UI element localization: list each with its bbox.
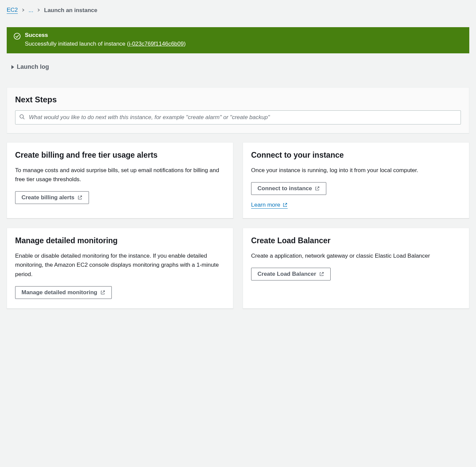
next-steps-search-input[interactable] bbox=[15, 110, 461, 124]
alert-body-prefix: Successfully initiated launch of instanc… bbox=[25, 41, 129, 47]
alert-body: Successfully initiated launch of instanc… bbox=[25, 41, 186, 47]
breadcrumb-current: Launch an instance bbox=[44, 7, 97, 14]
external-link-icon bbox=[100, 290, 105, 295]
external-link-icon bbox=[319, 271, 324, 277]
breadcrumb-ellipsis[interactable]: ... bbox=[29, 7, 33, 14]
search-wrap bbox=[15, 110, 461, 124]
svg-line-5 bbox=[285, 203, 287, 205]
card-billing-alerts: Create billing and free tier usage alert… bbox=[7, 142, 233, 218]
button-label: Create Load Balancer bbox=[257, 271, 316, 277]
check-circle-icon bbox=[13, 32, 21, 41]
button-label: Connect to instance bbox=[257, 185, 312, 192]
next-steps-panel: Next Steps bbox=[7, 87, 469, 134]
next-steps-heading: Next Steps bbox=[15, 95, 461, 104]
alert-title: Success bbox=[25, 32, 186, 39]
cards-grid: Create billing and free tier usage alert… bbox=[7, 142, 469, 309]
connect-to-instance-button[interactable]: Connect to instance bbox=[251, 182, 326, 195]
svg-line-6 bbox=[102, 291, 104, 293]
external-link-icon bbox=[77, 195, 83, 200]
create-load-balancer-button[interactable]: Create Load Balancer bbox=[251, 268, 331, 280]
launch-log-label: Launch log bbox=[17, 63, 49, 70]
card-detailed-monitoring: Manage detailed monitoring Enable or dis… bbox=[7, 228, 233, 309]
chevron-right-icon bbox=[37, 7, 41, 14]
card-title: Connect to your instance bbox=[251, 151, 461, 160]
external-link-icon bbox=[315, 186, 320, 191]
card-title: Create Load Balancer bbox=[251, 236, 461, 245]
alert-body-suffix: ) bbox=[184, 41, 186, 47]
card-description: Enable or disable detailed monitoring fo… bbox=[15, 251, 225, 279]
caret-right-icon bbox=[11, 65, 14, 69]
link-label: Learn more bbox=[251, 202, 280, 208]
card-load-balancer: Create Load Balancer Create a applicatio… bbox=[243, 228, 469, 309]
manage-detailed-monitoring-button[interactable]: Manage detailed monitoring bbox=[15, 286, 112, 299]
chevron-right-icon bbox=[21, 7, 25, 14]
svg-line-3 bbox=[80, 196, 82, 198]
card-description: To manage costs and avoid surprise bills… bbox=[15, 166, 225, 184]
create-billing-alerts-button[interactable]: Create billing alerts bbox=[15, 191, 89, 204]
svg-line-7 bbox=[321, 272, 323, 274]
card-title: Create billing and free tier usage alert… bbox=[15, 151, 225, 160]
instance-id-link[interactable]: i-023c769f1146c6b09 bbox=[129, 41, 184, 47]
card-description: Create a application, network gateway or… bbox=[251, 251, 461, 260]
launch-log-expander[interactable]: Launch log bbox=[7, 60, 469, 74]
success-alert: Success Successfully initiated launch of… bbox=[7, 27, 469, 53]
breadcrumb: EC2 ... Launch an instance bbox=[7, 7, 469, 14]
svg-point-1 bbox=[20, 115, 23, 118]
search-icon bbox=[19, 114, 25, 121]
svg-line-2 bbox=[23, 118, 25, 119]
external-link-icon bbox=[282, 202, 288, 208]
svg-point-0 bbox=[14, 33, 20, 39]
svg-line-4 bbox=[317, 187, 319, 189]
card-description: Once your instance is running, log into … bbox=[251, 166, 461, 175]
card-title: Manage detailed monitoring bbox=[15, 236, 225, 245]
button-label: Create billing alerts bbox=[21, 194, 75, 201]
card-connect-instance: Connect to your instance Once your insta… bbox=[243, 142, 469, 218]
breadcrumb-root-link[interactable]: EC2 bbox=[7, 7, 18, 14]
learn-more-link[interactable]: Learn more bbox=[251, 202, 288, 209]
button-label: Manage detailed monitoring bbox=[21, 289, 97, 296]
